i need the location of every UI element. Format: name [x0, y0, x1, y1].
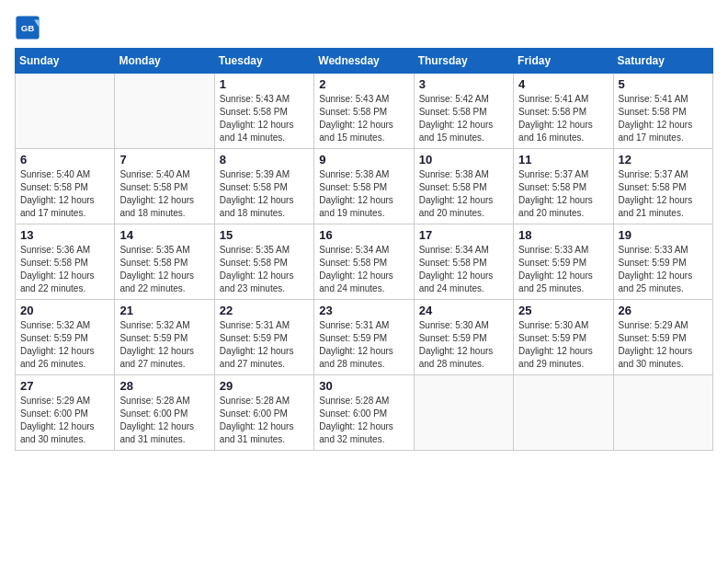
day-number: 23 [319, 304, 408, 317]
day-number: 24 [419, 304, 508, 317]
day-number: 7 [119, 153, 209, 167]
day-info: Sunrise: 5:40 AM Sunset: 5:58 PM Dayligh… [20, 168, 109, 220]
day-info: Sunrise: 5:38 AM Sunset: 5:58 PM Dayligh… [319, 168, 408, 220]
day-number: 10 [419, 153, 508, 167]
day-of-week-sunday: Sunday [16, 49, 115, 74]
calendar-cell: 10Sunrise: 5:38 AM Sunset: 5:58 PM Dayli… [414, 149, 513, 224]
day-number: 17 [419, 228, 508, 242]
calendar: SundayMondayTuesdayWednesdayThursdayFrid… [15, 48, 713, 451]
day-number: 27 [20, 379, 109, 393]
day-number: 5 [619, 77, 708, 91]
day-info: Sunrise: 5:40 AM Sunset: 5:58 PM Dayligh… [119, 168, 209, 220]
calendar-cell: 21Sunrise: 5:32 AM Sunset: 5:59 PM Dayli… [115, 300, 214, 375]
day-info: Sunrise: 5:38 AM Sunset: 5:58 PM Dayligh… [419, 168, 508, 220]
calendar-cell: 29Sunrise: 5:28 AM Sunset: 6:00 PM Dayli… [214, 375, 313, 451]
day-number: 12 [619, 153, 708, 167]
calendar-cell: 19Sunrise: 5:33 AM Sunset: 5:59 PM Dayli… [613, 224, 712, 300]
day-number: 15 [220, 228, 309, 242]
calendar-cell: 15Sunrise: 5:35 AM Sunset: 5:58 PM Dayli… [214, 224, 313, 300]
day-number: 11 [518, 153, 608, 167]
day-info: Sunrise: 5:41 AM Sunset: 5:58 PM Dayligh… [518, 93, 608, 144]
calendar-cell: 7Sunrise: 5:40 AM Sunset: 5:58 PM Daylig… [115, 149, 214, 224]
day-number: 13 [20, 228, 109, 242]
day-info: Sunrise: 5:29 AM Sunset: 5:59 PM Dayligh… [619, 319, 708, 371]
day-number: 8 [220, 153, 309, 167]
calendar-cell: 8Sunrise: 5:39 AM Sunset: 5:58 PM Daylig… [214, 149, 313, 224]
day-of-week-wednesday: Wednesday [314, 49, 414, 74]
calendar-cell: 13Sunrise: 5:36 AM Sunset: 5:58 PM Dayli… [16, 224, 115, 300]
page-header: GB [15, 15, 713, 40]
day-info: Sunrise: 5:43 AM Sunset: 5:58 PM Dayligh… [319, 93, 408, 144]
calendar-cell: 12Sunrise: 5:37 AM Sunset: 5:58 PM Dayli… [613, 149, 712, 224]
day-info: Sunrise: 5:33 AM Sunset: 5:59 PM Dayligh… [619, 244, 708, 295]
day-number: 22 [220, 304, 309, 317]
day-info: Sunrise: 5:37 AM Sunset: 5:58 PM Dayligh… [619, 168, 708, 220]
calendar-cell: 5Sunrise: 5:41 AM Sunset: 5:58 PM Daylig… [613, 74, 712, 149]
day-number: 30 [319, 379, 408, 393]
week-row-4: 20Sunrise: 5:32 AM Sunset: 5:59 PM Dayli… [16, 300, 713, 375]
day-number: 4 [518, 77, 608, 91]
calendar-cell: 17Sunrise: 5:34 AM Sunset: 5:58 PM Dayli… [414, 224, 513, 300]
day-number: 25 [518, 304, 608, 317]
day-number: 14 [119, 228, 209, 242]
day-info: Sunrise: 5:43 AM Sunset: 5:58 PM Dayligh… [220, 93, 309, 144]
day-number: 9 [319, 153, 408, 167]
day-number: 21 [119, 304, 209, 317]
calendar-cell: 16Sunrise: 5:34 AM Sunset: 5:58 PM Dayli… [314, 224, 414, 300]
calendar-cell [115, 74, 214, 149]
calendar-cell: 27Sunrise: 5:29 AM Sunset: 6:00 PM Dayli… [16, 375, 115, 451]
day-info: Sunrise: 5:32 AM Sunset: 5:59 PM Dayligh… [20, 319, 109, 371]
day-info: Sunrise: 5:36 AM Sunset: 5:58 PM Dayligh… [20, 244, 109, 295]
calendar-cell: 24Sunrise: 5:30 AM Sunset: 5:59 PM Dayli… [414, 300, 513, 375]
day-info: Sunrise: 5:29 AM Sunset: 6:00 PM Dayligh… [20, 395, 109, 446]
calendar-cell: 6Sunrise: 5:40 AM Sunset: 5:58 PM Daylig… [16, 149, 115, 224]
day-number: 28 [119, 379, 209, 393]
week-row-3: 13Sunrise: 5:36 AM Sunset: 5:58 PM Dayli… [16, 224, 713, 300]
day-info: Sunrise: 5:28 AM Sunset: 6:00 PM Dayligh… [220, 395, 309, 446]
day-of-week-monday: Monday [115, 49, 214, 74]
day-info: Sunrise: 5:31 AM Sunset: 5:59 PM Dayligh… [220, 319, 309, 371]
day-of-week-saturday: Saturday [613, 49, 712, 74]
days-of-week-row: SundayMondayTuesdayWednesdayThursdayFrid… [16, 49, 713, 74]
logo-icon: GB [15, 15, 40, 40]
calendar-cell: 28Sunrise: 5:28 AM Sunset: 6:00 PM Dayli… [115, 375, 214, 451]
day-number: 18 [518, 228, 608, 242]
day-info: Sunrise: 5:31 AM Sunset: 5:59 PM Dayligh… [319, 319, 408, 371]
day-info: Sunrise: 5:42 AM Sunset: 5:58 PM Dayligh… [419, 93, 508, 144]
day-info: Sunrise: 5:30 AM Sunset: 5:59 PM Dayligh… [518, 319, 608, 371]
calendar-cell [414, 375, 513, 451]
calendar-cell: 20Sunrise: 5:32 AM Sunset: 5:59 PM Dayli… [16, 300, 115, 375]
day-number: 2 [319, 77, 408, 91]
week-row-5: 27Sunrise: 5:29 AM Sunset: 6:00 PM Dayli… [16, 375, 713, 451]
day-info: Sunrise: 5:41 AM Sunset: 5:58 PM Dayligh… [619, 93, 708, 144]
logo: GB [15, 15, 44, 40]
day-of-week-tuesday: Tuesday [214, 49, 313, 74]
week-row-1: 1Sunrise: 5:43 AM Sunset: 5:58 PM Daylig… [16, 74, 713, 149]
week-row-2: 6Sunrise: 5:40 AM Sunset: 5:58 PM Daylig… [16, 149, 713, 224]
day-number: 26 [619, 304, 708, 317]
calendar-cell: 18Sunrise: 5:33 AM Sunset: 5:59 PM Dayli… [514, 224, 613, 300]
svg-text:GB: GB [21, 23, 35, 33]
calendar-cell: 30Sunrise: 5:28 AM Sunset: 6:00 PM Dayli… [314, 375, 414, 451]
day-number: 6 [20, 153, 109, 167]
calendar-cell: 4Sunrise: 5:41 AM Sunset: 5:58 PM Daylig… [514, 74, 613, 149]
day-number: 20 [20, 304, 109, 317]
day-number: 29 [220, 379, 309, 393]
calendar-cell: 14Sunrise: 5:35 AM Sunset: 5:58 PM Dayli… [115, 224, 214, 300]
day-info: Sunrise: 5:32 AM Sunset: 5:59 PM Dayligh… [119, 319, 209, 371]
day-info: Sunrise: 5:39 AM Sunset: 5:58 PM Dayligh… [220, 168, 309, 220]
day-info: Sunrise: 5:35 AM Sunset: 5:58 PM Dayligh… [119, 244, 209, 295]
calendar-header: SundayMondayTuesdayWednesdayThursdayFrid… [16, 49, 713, 74]
calendar-cell [16, 74, 115, 149]
calendar-cell: 2Sunrise: 5:43 AM Sunset: 5:58 PM Daylig… [314, 74, 414, 149]
calendar-cell: 1Sunrise: 5:43 AM Sunset: 5:58 PM Daylig… [214, 74, 313, 149]
day-number: 19 [619, 228, 708, 242]
day-info: Sunrise: 5:28 AM Sunset: 6:00 PM Dayligh… [319, 395, 408, 446]
calendar-cell [514, 375, 613, 451]
day-info: Sunrise: 5:30 AM Sunset: 5:59 PM Dayligh… [419, 319, 508, 371]
day-info: Sunrise: 5:34 AM Sunset: 5:58 PM Dayligh… [319, 244, 408, 295]
day-info: Sunrise: 5:34 AM Sunset: 5:58 PM Dayligh… [419, 244, 508, 295]
day-of-week-friday: Friday [514, 49, 613, 74]
day-of-week-thursday: Thursday [414, 49, 513, 74]
calendar-cell: 25Sunrise: 5:30 AM Sunset: 5:59 PM Dayli… [514, 300, 613, 375]
